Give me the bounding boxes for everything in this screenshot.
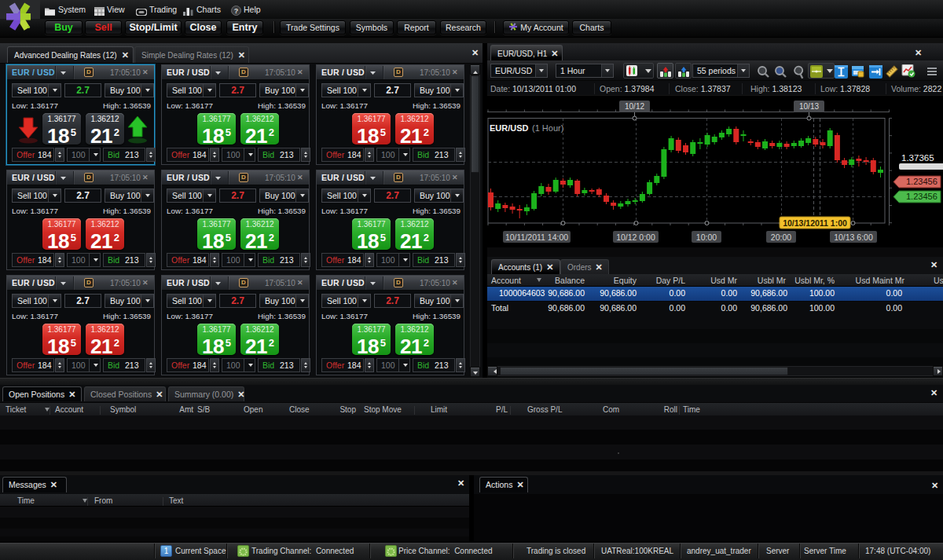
svg-text:10/13/12011 1:00: 10/13/12011 1:00 [783, 218, 847, 228]
svg-text:1.23456: 1.23456 [906, 177, 937, 186]
svg-text:10/12 0:00: 10/12 0:00 [616, 232, 655, 242]
svg-text:10:00: 10:00 [696, 232, 717, 242]
svg-text:10/13: 10/13 [799, 102, 819, 111]
svg-text:20:00: 20:00 [771, 232, 791, 242]
svg-text:1.37365: 1.37365 [901, 153, 934, 163]
svg-text:10/12: 10/12 [625, 102, 644, 111]
svg-text:1.23456: 1.23456 [906, 192, 937, 201]
svg-text:(1 Hour): (1 Hour) [532, 123, 563, 133]
svg-text:?: ? [234, 7, 239, 15]
svg-text:10/13 6:00: 10/13 6:00 [834, 232, 873, 242]
svg-text:10/11/2011 14:00: 10/11/2011 14:00 [505, 232, 568, 242]
svg-text:EUR/USD: EUR/USD [490, 123, 529, 133]
